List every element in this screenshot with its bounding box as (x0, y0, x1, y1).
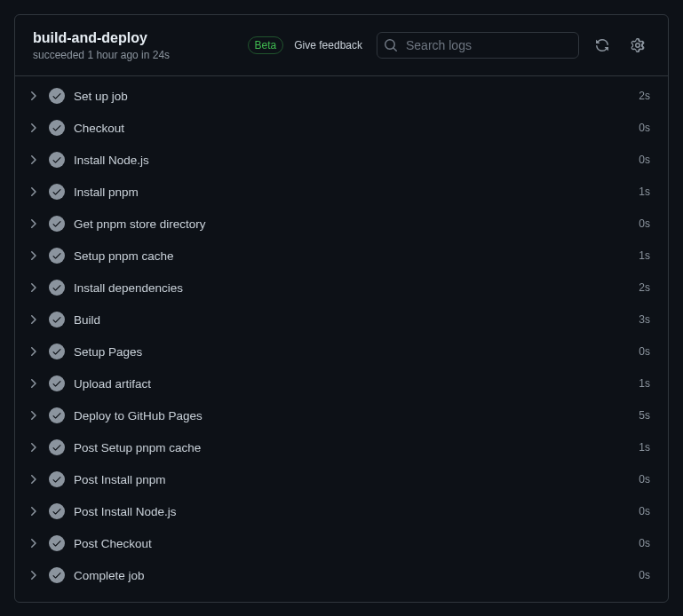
step-duration: 0s (639, 122, 650, 134)
step-duration: 0s (639, 505, 650, 517)
chevron-right-icon (26, 344, 40, 359)
step-name: Install dependencies (74, 281, 630, 295)
give-feedback-link[interactable]: Give feedback (294, 39, 362, 51)
check-circle-icon (49, 152, 65, 168)
step-name: Post Setup pnpm cache (74, 441, 630, 454)
step-duration: 3s (639, 313, 650, 326)
refresh-icon (595, 38, 609, 52)
job-status-line: succeeded 1 hour ago in 24s (33, 49, 237, 61)
check-circle-icon (49, 407, 65, 423)
step-row[interactable]: Build3s (15, 304, 668, 336)
step-row[interactable]: Setup Pages0s (15, 336, 668, 367)
step-row[interactable]: Install Node.js0s (15, 144, 668, 176)
step-duration: 0s (639, 569, 650, 581)
step-duration: 0s (639, 345, 650, 358)
step-duration: 0s (639, 154, 650, 166)
step-row[interactable]: Post Checkout0s (15, 527, 668, 559)
search-icon (384, 38, 398, 52)
check-circle-icon (49, 439, 65, 455)
job-title: build-and-deploy (33, 29, 237, 47)
check-circle-icon (49, 503, 65, 519)
step-name: Complete job (74, 569, 630, 582)
step-row[interactable]: Post Install Node.js0s (15, 495, 668, 527)
step-name: Install Node.js (74, 154, 630, 167)
step-row[interactable]: Get pnpm store directory0s (15, 208, 668, 240)
step-name: Build (74, 313, 630, 327)
step-duration: 1s (639, 377, 650, 390)
step-row[interactable]: Install pnpm1s (15, 176, 668, 208)
step-name: Get pnpm store directory (74, 217, 630, 231)
chevron-right-icon (26, 185, 40, 199)
header-title-block: build-and-deploy succeeded 1 hour ago in… (33, 29, 237, 61)
chevron-right-icon (26, 280, 40, 295)
chevron-right-icon (26, 312, 40, 327)
check-circle-icon (49, 216, 65, 232)
step-name: Upload artifact (74, 377, 630, 391)
step-row[interactable]: Setup pnpm cache1s (15, 240, 668, 272)
step-name: Post Checkout (74, 537, 630, 550)
step-row[interactable]: Set up job2s (15, 80, 668, 112)
step-name: Post Install Node.js (74, 505, 630, 518)
chevron-right-icon (26, 249, 40, 263)
step-duration: 1s (639, 249, 650, 262)
step-row[interactable]: Deploy to GitHub Pages5s (15, 399, 668, 431)
check-circle-icon (49, 184, 65, 200)
step-name: Install pnpm (74, 186, 630, 199)
step-duration: 5s (639, 409, 650, 422)
check-circle-icon (49, 248, 65, 264)
step-duration: 0s (639, 473, 650, 486)
check-circle-icon (49, 88, 65, 104)
step-name: Setup Pages (74, 345, 630, 359)
check-circle-icon (49, 471, 65, 487)
check-circle-icon (49, 535, 65, 551)
step-duration: 2s (639, 90, 650, 102)
step-row[interactable]: Complete job0s (15, 559, 668, 591)
chevron-right-icon (26, 89, 40, 103)
settings-button[interactable] (625, 33, 650, 58)
check-circle-icon (49, 375, 65, 391)
chevron-right-icon (26, 408, 40, 423)
step-name: Post Install pnpm (74, 473, 630, 486)
chevron-right-icon (26, 440, 40, 454)
chevron-right-icon (26, 153, 40, 167)
check-circle-icon (49, 280, 65, 296)
check-circle-icon (49, 312, 65, 328)
beta-badge: Beta (248, 36, 284, 54)
refresh-button[interactable] (590, 33, 615, 58)
chevron-right-icon (26, 568, 40, 582)
step-duration: 1s (639, 186, 650, 198)
step-row[interactable]: Post Setup pnpm cache1s (15, 431, 668, 463)
step-name: Deploy to GitHub Pages (74, 409, 630, 423)
chevron-right-icon (26, 217, 40, 231)
job-log-panel: build-and-deploy succeeded 1 hour ago in… (14, 14, 669, 603)
check-circle-icon (49, 344, 65, 359)
search-input[interactable] (377, 32, 579, 59)
step-name: Set up job (74, 90, 630, 103)
step-name: Setup pnpm cache (74, 249, 630, 263)
chevron-right-icon (26, 536, 40, 550)
gear-icon (631, 38, 645, 52)
check-circle-icon (49, 567, 65, 583)
step-row[interactable]: Checkout0s (15, 112, 668, 144)
step-duration: 2s (639, 281, 650, 294)
chevron-right-icon (26, 504, 40, 518)
search-wrap (377, 32, 579, 59)
step-name: Checkout (74, 122, 630, 135)
panel-header: build-and-deploy succeeded 1 hour ago in… (15, 15, 668, 76)
step-row[interactable]: Install dependencies2s (15, 272, 668, 304)
chevron-right-icon (26, 376, 40, 391)
steps-list: Set up job2sCheckout0sInstall Node.js0sI… (15, 76, 668, 602)
step-duration: 0s (639, 217, 650, 230)
chevron-right-icon (26, 472, 40, 486)
chevron-right-icon (26, 121, 40, 135)
step-duration: 1s (639, 441, 650, 454)
step-row[interactable]: Post Install pnpm0s (15, 463, 668, 495)
check-circle-icon (49, 120, 65, 136)
step-duration: 0s (639, 537, 650, 549)
step-row[interactable]: Upload artifact1s (15, 367, 668, 399)
